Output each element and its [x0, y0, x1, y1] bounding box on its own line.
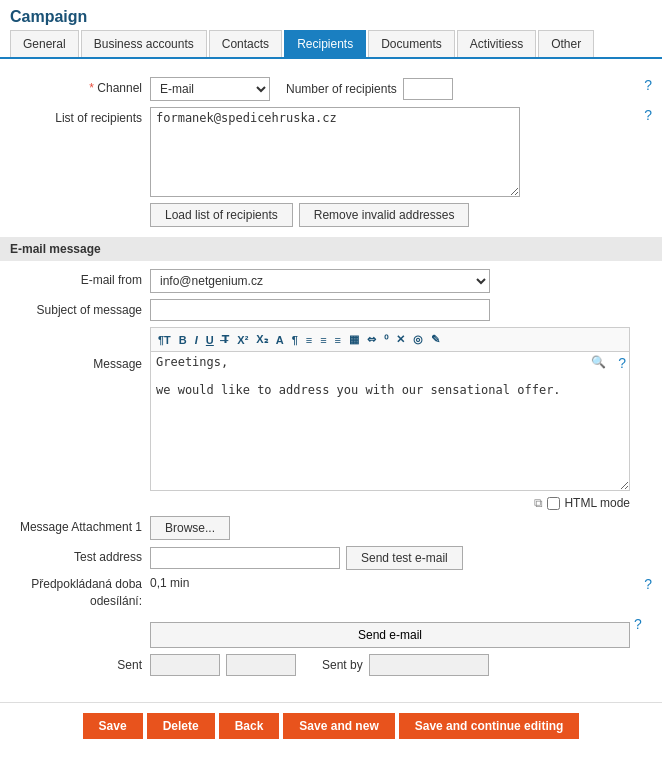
toolbar-bold-icon[interactable]: B [176, 333, 190, 347]
toolbar-paragraph-icon[interactable]: ¶T [155, 333, 174, 347]
toolbar-superscript-icon[interactable]: X² [234, 333, 251, 347]
message-label: Message [10, 327, 150, 371]
toolbar-edit-icon[interactable]: ✎ [428, 332, 443, 347]
tab-recipients[interactable]: Recipients [284, 30, 366, 57]
tabs-bar: General Business accounts Contacts Recip… [0, 30, 662, 59]
predpokladana-control: 0,1 min [150, 576, 640, 590]
list-of-recipients-label: List of recipients [10, 107, 150, 125]
send-email-wrap: Send e-mail [150, 622, 630, 648]
num-recipients-label: Number of recipients [286, 82, 397, 96]
test-address-input[interactable]: jan.doubrava@demofirma.cz [150, 547, 340, 569]
attachment-label: Message Attachment 1 [10, 516, 150, 534]
toolbar-eye-icon[interactable]: ◎ [410, 332, 426, 347]
page-title: Campaign [0, 0, 662, 30]
email-from-control: info@netgenium.cz [150, 269, 652, 293]
html-mode-row: ⧉ HTML mode [150, 496, 630, 510]
html-mode-checkbox[interactable] [547, 497, 560, 510]
num-recipients-input: 1 [403, 78, 453, 100]
toolbar-link-icon[interactable]: ⇔ [364, 332, 379, 347]
save-and-new-button[interactable]: Save and new [283, 713, 394, 739]
message-textarea[interactable]: Greetings, we would like to address you … [150, 351, 630, 491]
load-list-button[interactable]: Load list of recipients [150, 203, 293, 227]
list-recipients-help-icon[interactable]: ? [644, 107, 652, 123]
predpokladana-value: 0,1 min [150, 576, 189, 590]
predpokladana-help-icon[interactable]: ? [644, 576, 652, 592]
email-from-select[interactable]: info@netgenium.cz [150, 269, 490, 293]
toolbar-italic-icon[interactable]: I [192, 333, 201, 347]
delete-button[interactable]: Delete [147, 713, 215, 739]
sent-input2 [226, 654, 296, 676]
tab-other[interactable]: Other [538, 30, 594, 57]
message-editor: ¶T B I U T̶ X² X₂ A ¶ ≡ ≡ ≡ ▦ ⇔ ⁰ ✕ ◎ ✎ [150, 327, 630, 510]
footer-buttons: Save Delete Back Save and new Save and c… [0, 702, 662, 749]
tab-general[interactable]: General [10, 30, 79, 57]
recipients-textarea[interactable]: formanek@spedicehruska.cz [150, 107, 520, 197]
toolbar-list-ul-icon[interactable]: ≡ [303, 333, 315, 347]
message-area-wrap: Greetings, we would like to address you … [150, 351, 630, 494]
recipient-buttons: Load list of recipients Remove invalid a… [150, 203, 652, 227]
toolbar-zero-icon[interactable]: ⁰ [381, 332, 391, 347]
save-and-continue-button[interactable]: Save and continue editing [399, 713, 580, 739]
test-address-control: jan.doubrava@demofirma.cz Send test e-ma… [150, 546, 652, 570]
attachment-control: Browse... [150, 516, 652, 540]
message-toolbar: ¶T B I U T̶ X² X₂ A ¶ ≡ ≡ ≡ ▦ ⇔ ⁰ ✕ ◎ ✎ [150, 327, 630, 351]
tab-business-accounts[interactable]: Business accounts [81, 30, 207, 57]
toolbar-indent-icon[interactable]: ≡ [332, 333, 344, 347]
message-help-icon[interactable]: ? [618, 355, 626, 371]
tab-documents[interactable]: Documents [368, 30, 455, 57]
sent-label: Sent [10, 654, 150, 672]
toolbar-paragraph2-icon[interactable]: ¶ [289, 333, 301, 347]
toolbar-underline-icon[interactable]: U [203, 333, 217, 347]
predpokladana-label: Předpokládaná doba odesílání: [10, 576, 150, 610]
message-search-icon[interactable]: 🔍 [591, 355, 606, 369]
toolbar-close-icon[interactable]: ✕ [393, 332, 408, 347]
toolbar-strikethrough-icon[interactable]: T̶ [219, 332, 233, 347]
list-of-recipients-control: formanek@spedicehruska.cz [150, 107, 640, 197]
subject-input[interactable]: Text [150, 299, 490, 321]
channel-control: E-mail Number of recipients 1 [150, 77, 640, 101]
toolbar-font-color-icon[interactable]: A [273, 333, 287, 347]
tab-contacts[interactable]: Contacts [209, 30, 282, 57]
browse-button[interactable]: Browse... [150, 516, 230, 540]
html-mode-copy-icon: ⧉ [534, 496, 543, 510]
remove-invalid-button[interactable]: Remove invalid addresses [299, 203, 470, 227]
save-button[interactable]: Save [83, 713, 143, 739]
back-button[interactable]: Back [219, 713, 280, 739]
test-address-label: Test address [10, 546, 150, 564]
num-recipients-help-icon[interactable]: ? [644, 77, 652, 93]
subject-control: Text [150, 299, 652, 321]
email-message-section-header: E-mail message [0, 237, 662, 261]
toolbar-subscript-icon[interactable]: X₂ [253, 332, 270, 347]
send-test-button[interactable]: Send test e-mail [346, 546, 463, 570]
tab-activities[interactable]: Activitiess [457, 30, 536, 57]
send-email-button[interactable]: Send e-mail [150, 622, 630, 648]
toolbar-image-icon[interactable]: ▦ [346, 332, 362, 347]
subject-label: Subject of message [10, 299, 150, 317]
sent-by-input [369, 654, 489, 676]
toolbar-list-ol-icon[interactable]: ≡ [317, 333, 329, 347]
channel-label: * Channel [10, 77, 150, 95]
html-mode-label: HTML mode [564, 496, 630, 510]
sent-input1 [150, 654, 220, 676]
sent-control: Sent by [150, 654, 652, 676]
send-email-help-icon[interactable]: ? [634, 616, 642, 632]
sent-by-label: Sent by [322, 658, 363, 672]
email-from-label: E-mail from [10, 269, 150, 287]
channel-select[interactable]: E-mail [150, 77, 270, 101]
